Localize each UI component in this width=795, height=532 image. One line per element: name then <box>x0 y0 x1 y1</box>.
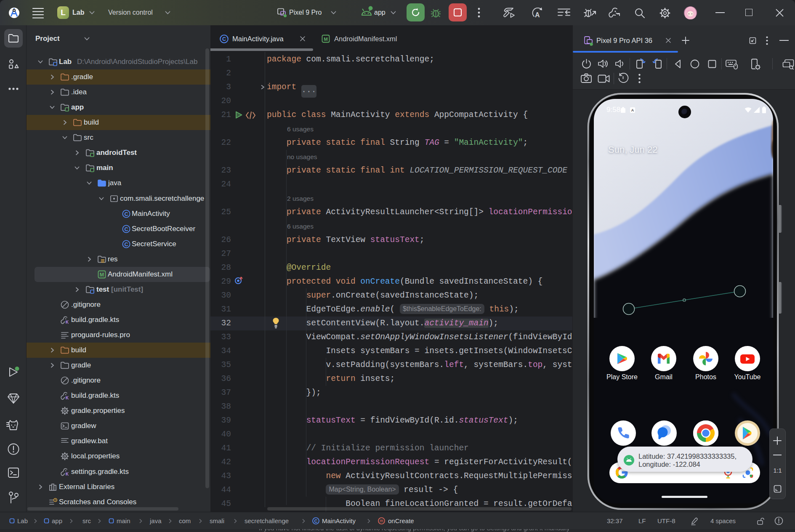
svg-text:C: C <box>314 519 318 524</box>
svg-text:C: C <box>124 226 128 232</box>
svg-text:m: m <box>380 519 383 523</box>
svg-text:C: C <box>124 242 128 247</box>
svg-text:C: C <box>124 211 128 217</box>
svg-text:A: A <box>631 108 634 112</box>
svg-text:K: K <box>66 396 69 400</box>
svg-text:K: K <box>66 472 69 476</box>
svg-text:C: C <box>222 36 226 42</box>
svg-text:A: A <box>535 11 540 19</box>
svg-text:M: M <box>324 37 328 42</box>
svg-text:M: M <box>100 272 104 278</box>
svg-text:K: K <box>66 320 69 325</box>
